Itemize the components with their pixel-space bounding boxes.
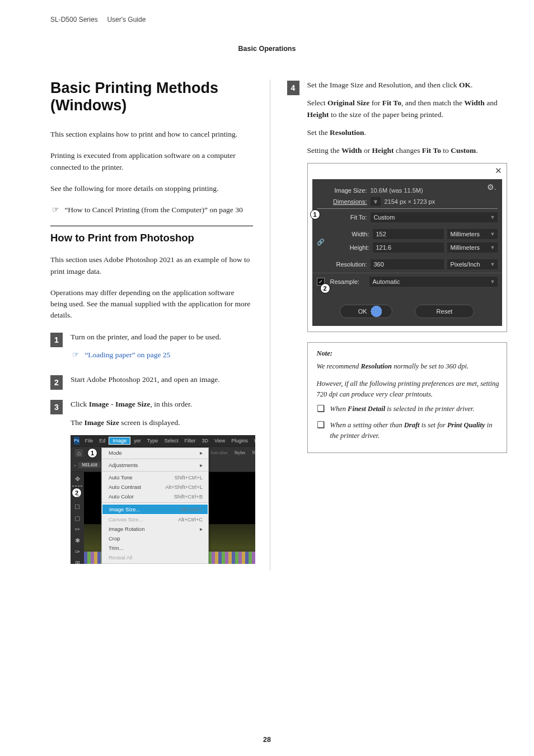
label-fit-to: Fit To:: [317, 214, 367, 221]
step-1-text: Turn on the printer, and load the paper …: [71, 332, 253, 343]
step-4-p3: Set the Resolution.: [307, 127, 507, 138]
home-icon[interactable]: ⌂: [75, 449, 83, 457]
label-resolution: Resolution:: [317, 261, 367, 268]
ps-menu-plugins[interactable]: Plugins: [228, 438, 251, 444]
row-height: Height: 121.6 Millimeters▼: [325, 242, 498, 253]
ps-menu-yer[interactable]: yer: [131, 438, 144, 444]
menu-crop[interactable]: Crop: [102, 534, 208, 543]
step-4-p4: Setting the Width or Height changes Fit …: [307, 145, 507, 156]
value-dimensions: 2154 px × 1723 px: [384, 198, 435, 205]
callout-2-dialog: 2: [320, 283, 330, 293]
menu-image-size[interactable]: Image Size...: [102, 504, 208, 515]
link-cancel-printing[interactable]: ☞ “How to Cancel Printing (from the Comp…: [50, 204, 253, 216]
value-image-size: 10.6M (was 11.5M): [371, 187, 423, 194]
intro-p2: Printing is executed from application so…: [50, 150, 253, 173]
ps-menu-view[interactable]: View: [212, 438, 228, 444]
link-loading-paper[interactable]: ☞ “Loading paper” on page 25: [71, 349, 253, 361]
ps-toolstrip: ✥ 2 ✎ ☐ ▢ ✏ ✱ ✑ ⊞ ✦: [71, 472, 84, 564]
chevron-down-icon: ▼: [490, 279, 495, 284]
image-size-dialog: ✕ ⚙. Image Size: 10.6M (was 11.5M) 1 Dim…: [307, 163, 507, 332]
ps-menu-file[interactable]: File: [82, 438, 96, 444]
crop-tool-icon[interactable]: ☐: [73, 502, 82, 511]
input-height[interactable]: 121.6: [373, 242, 444, 253]
note-item-2: ❑ When a setting other than Draft is set…: [317, 420, 500, 441]
label-resample: Resample:: [330, 278, 366, 285]
chip-n: N: [252, 450, 255, 455]
note-box: Note: We recommend Resolution normally b…: [307, 342, 507, 452]
stamp-tool-icon[interactable]: ⊞: [73, 558, 82, 564]
step-num-1: 1: [50, 333, 63, 347]
input-width[interactable]: 152: [373, 229, 444, 239]
step-num-3: 3: [50, 400, 63, 414]
label-height: Height:: [325, 244, 369, 251]
select-resample[interactable]: Automatic▼: [369, 277, 498, 287]
step-2: 2 Start Adobe Photoshop 2021, and open a…: [50, 374, 253, 392]
photoshop-screenshot: Ps File Ed Image yer Type Select Filter …: [71, 435, 255, 564]
step-4-p1: Set the Image Size and Resolution, and t…: [307, 80, 507, 91]
menu-reveal: Reveal All: [102, 553, 208, 562]
link-icon[interactable]: 🔗: [317, 239, 325, 246]
menu-trim[interactable]: Trim...: [102, 543, 208, 553]
reset-button[interactable]: Reset: [415, 305, 475, 318]
menu-auto-color[interactable]: Auto Color: [102, 492, 208, 501]
step-1: 1 Turn on the printer, and load the pape…: [50, 332, 253, 368]
ps-menubar: Ps File Ed Image yer Type Select Filter …: [71, 435, 255, 446]
menu-auto-tone[interactable]: Auto Tone: [102, 473, 208, 482]
menu-adjustments[interactable]: Adjustments: [102, 460, 208, 470]
healing-tool-icon[interactable]: ✱: [73, 536, 82, 545]
menu-auto-contrast[interactable]: Auto Contrast: [102, 482, 208, 492]
step-3-text: Click Image - Image Size, in this order.: [71, 399, 255, 410]
intro-p1: This section explains how to print and h…: [50, 129, 253, 140]
row-resample: ✓ Resample: Automatic▼: [317, 277, 498, 287]
input-resolution[interactable]: 360: [371, 259, 444, 269]
ok-button[interactable]: OK: [340, 305, 392, 318]
chevron-down-icon[interactable]: ▼: [371, 197, 381, 206]
pointer-icon: ☞: [71, 349, 81, 361]
step-4-p2: Select Original Size for Fit To, and the…: [307, 97, 507, 120]
subheading-photoshop: How to Print from Photoshop: [50, 226, 253, 244]
note-p2: However, if all the following printing p…: [317, 379, 500, 400]
pen-tool-icon[interactable]: ✑: [73, 547, 82, 556]
checkbox-bullet-icon: ❑: [317, 404, 325, 414]
select-resolution-unit[interactable]: Pixels/Inch▼: [447, 259, 498, 269]
pointer-icon: ☞: [50, 204, 60, 216]
row-resolution: Resolution: 360 Pixels/Inch▼: [317, 259, 498, 269]
ps-menu-filter[interactable]: Filter: [181, 438, 198, 444]
dialog-close-button[interactable]: ✕: [308, 164, 507, 178]
chip-styles: Styles: [232, 450, 248, 455]
ps-menu-type[interactable]: Type: [144, 438, 161, 444]
ps-menu-ed[interactable]: Ed: [96, 438, 108, 444]
lasso-tool-icon[interactable]: ✎: [73, 491, 82, 500]
frame-tool-icon[interactable]: ▢: [73, 514, 82, 522]
menu-mode[interactable]: Mode: [102, 448, 208, 458]
menu-canvas-size[interactable]: Canvas Size...: [102, 515, 208, 524]
chip-antialias: Anti-alias: [210, 450, 228, 455]
ps-image-menu-dropdown: Mode Adjustments Auto Tone Auto Contrast…: [101, 447, 209, 564]
select-height-unit[interactable]: Millimeters▼: [447, 242, 498, 253]
link-cancel-text: “How to Cancel Printing (from the Comput…: [64, 206, 242, 214]
row-width: Width: 152 Millimeters▼: [325, 229, 498, 239]
select-width-unit[interactable]: Millimeters▼: [447, 229, 498, 239]
checkbox-bullet-icon: ❑: [317, 420, 325, 441]
ps-menu-select[interactable]: Select: [161, 438, 181, 444]
select-fit-to[interactable]: Custom▼: [371, 212, 498, 222]
chevron-down-icon: ▼: [490, 214, 495, 220]
step-num-4: 4: [287, 81, 299, 95]
ps-menu-image[interactable]: Image: [109, 437, 130, 445]
menu-image-rotation[interactable]: Image Rotation: [102, 524, 208, 534]
marquee-tool-icon[interactable]: [72, 486, 82, 487]
ps-logo-icon: Ps: [74, 437, 79, 445]
ps-menu-3d[interactable]: 3D: [199, 438, 211, 444]
chevron-down-icon: ▼: [490, 245, 495, 250]
brush-tool-icon[interactable]: ✏: [73, 525, 82, 534]
row-fit-to: Fit To: Custom▼: [317, 212, 498, 222]
ps-menu-window[interactable]: Window: [251, 438, 255, 444]
gear-icon[interactable]: ⚙.: [487, 183, 496, 192]
chevron-down-icon: ▼: [490, 262, 495, 267]
row-dimensions: Dimensions: ▼ 2154 px × 1723 px: [317, 197, 498, 209]
move-tool-icon[interactable]: ✥: [73, 474, 82, 483]
intro-p3: See the following for more details on st…: [50, 183, 253, 194]
step-3: 3 Click Image - Image Size, in this orde…: [50, 399, 253, 564]
label-dimensions: Dimensions:: [317, 198, 367, 205]
ps-p4: This section uses Adobe Photoshop 2021 a…: [50, 254, 253, 277]
